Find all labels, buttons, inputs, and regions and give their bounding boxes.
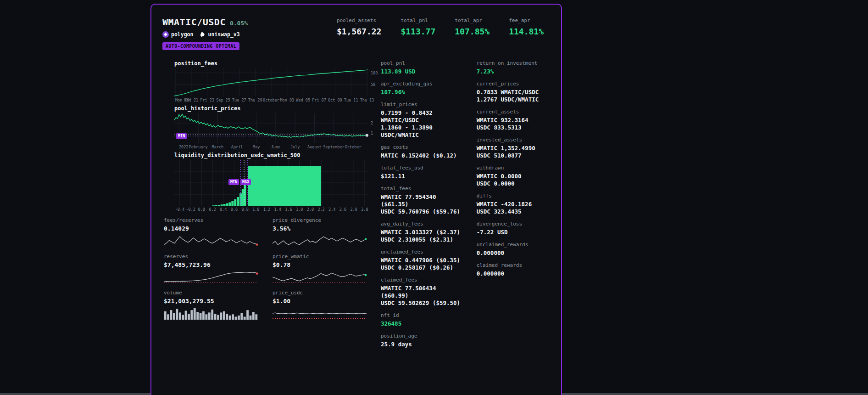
stat-label: total_apr bbox=[455, 17, 490, 23]
stat-label: total_pnl bbox=[401, 17, 435, 23]
stat-value-line: USDC 59.502629 ($59.50) bbox=[381, 299, 466, 307]
mini-stat-value: $0.78 bbox=[273, 261, 367, 268]
historic-prices-chart[interactable]: 2022FebruaryMarchAprilMayJuneJulyAugustS… bbox=[174, 113, 370, 151]
stat-value-line: $121.11 bbox=[381, 173, 466, 180]
svg-text:July: July bbox=[290, 145, 300, 149]
mini-stats-grid: fees/reserves0.14029price_divergence3.56… bbox=[164, 217, 370, 321]
chart-title-historic-prices: pool_historic_prices bbox=[174, 105, 370, 112]
stat-fee-apr: fee_apr 114.81% bbox=[509, 17, 544, 36]
chain-label: polygon bbox=[171, 31, 193, 38]
svg-text:September: September bbox=[323, 145, 345, 149]
mini-stat-label: price_usdc bbox=[273, 290, 367, 296]
header-stats: pooled_assets $1,567.22 total_pnl $113.7… bbox=[337, 17, 550, 36]
stat-value-line: WMATIC 0.0000 bbox=[477, 173, 550, 180]
fees-reserves-sparkline[interactable] bbox=[164, 235, 258, 247]
stat-value-line: USDC 0.258167 ($0.26) bbox=[381, 264, 466, 271]
stat-value-line: 0.000000 bbox=[477, 249, 550, 257]
svg-text:1.6: 1.6 bbox=[285, 207, 292, 212]
svg-text:2.2: 2.2 bbox=[317, 207, 324, 212]
svg-text:Tue 27: Tue 27 bbox=[232, 98, 246, 102]
stat-divergence-loss: divergence_loss-7.22 USD bbox=[477, 221, 550, 236]
stat-label: withdrawn bbox=[477, 165, 550, 171]
svg-text:Mon 03: Mon 03 bbox=[280, 98, 294, 102]
stat-label: unclaimed_rewards bbox=[477, 242, 550, 248]
mini-stat-reserves: reserves$7,485,723.96 bbox=[164, 254, 258, 283]
svg-text:2.4: 2.4 bbox=[328, 207, 335, 212]
svg-text:Sep 25: Sep 25 bbox=[216, 98, 230, 102]
stat-label: invested_assets bbox=[477, 137, 550, 143]
svg-text:0.6: 0.6 bbox=[231, 207, 238, 212]
stat-pool-pnl: pool_pnl113.89 USD bbox=[381, 60, 466, 75]
stat-invested-assets: invested_assetsWMATIC 1,352.4990USDC 510… bbox=[477, 137, 550, 159]
svg-text:0.8: 0.8 bbox=[241, 207, 248, 212]
svg-text:June: June bbox=[271, 145, 280, 149]
svg-text:Fri 23: Fri 23 bbox=[200, 98, 214, 102]
min-badge: MIN bbox=[228, 179, 239, 185]
stat-claimed-fees: claimed_feesWMATIC 77.506434 ($60.99)USD… bbox=[381, 277, 466, 307]
mini-stat-label: reserves bbox=[164, 254, 258, 260]
stat-value-line: USDC 2.310055 ($2.31) bbox=[381, 236, 466, 243]
svg-text:October: October bbox=[345, 145, 362, 149]
svg-text:1.2: 1.2 bbox=[263, 207, 270, 212]
stat-unclaimed-rewards: unclaimed_rewards0.000000 bbox=[477, 242, 550, 257]
svg-text:Thu 29: Thu 29 bbox=[248, 98, 262, 102]
svg-text:April: April bbox=[231, 145, 243, 149]
stat-total-pnl: total_pnl $113.77 bbox=[401, 17, 435, 36]
mini-stat-price-usdc: price_usdc$1.00 bbox=[273, 290, 367, 321]
position-fees-chart[interactable]: Mon 19Wed 21Fri 23Sep 25Tue 27Thu 29Octo… bbox=[174, 68, 370, 104]
svg-text:1.0: 1.0 bbox=[252, 207, 259, 212]
stat-gas-costs: gas_costsMATIC 0.152402 ($0.12) bbox=[381, 144, 466, 159]
protocol-chip-uniswap[interactable]: uniswap_v3 bbox=[200, 31, 239, 38]
price-usdc-sparkline[interactable] bbox=[273, 308, 367, 320]
svg-text:2: 2 bbox=[371, 121, 373, 125]
stat-value-line: USDC 323.4435 bbox=[477, 208, 550, 215]
mini-stat-value: 0.14029 bbox=[164, 225, 258, 232]
svg-text:1: 1 bbox=[371, 131, 373, 135]
stat-value: $113.77 bbox=[401, 27, 435, 36]
mini-stat-label: fees/reserves bbox=[164, 217, 258, 224]
position-fees-section: position_fees Mon 19Wed 21Fri 23Sep 25Tu… bbox=[174, 60, 370, 104]
svg-text:Wed 05: Wed 05 bbox=[296, 98, 310, 102]
mini-stat-volume: volume$21,003,279.55 bbox=[164, 290, 258, 321]
stat-value-line: USDC 0.0000 bbox=[477, 180, 550, 187]
svg-text:-0.4: -0.4 bbox=[175, 207, 184, 212]
stat-label: current_prices bbox=[477, 81, 550, 87]
right-stats-column: return_on_investment7.23%current_prices0… bbox=[477, 60, 550, 354]
stat-avg-daily-fees: avg_daily_feesWMATIC 3.013327 ($2.37)USD… bbox=[381, 221, 466, 243]
stat-value: $1,567.22 bbox=[337, 27, 382, 36]
mini-stat-value: $7,485,723.96 bbox=[164, 261, 258, 268]
stat-value: 114.81% bbox=[509, 27, 544, 36]
mini-stat-price-divergence: price_divergence3.56% bbox=[273, 217, 367, 247]
stat-value-line: USDC 510.0877 bbox=[477, 152, 550, 159]
stat-label: current_assets bbox=[477, 109, 550, 115]
stat-value-line: 113.89 USD bbox=[381, 68, 466, 75]
stat-label: claimed_fees bbox=[381, 277, 466, 283]
svg-text:August: August bbox=[307, 145, 322, 149]
svg-text:0.0: 0.0 bbox=[198, 207, 205, 212]
liquidity-distribution-chart[interactable]: -0.4-0.20.00.20.40.60.81.01.21.41.61.82.… bbox=[174, 160, 370, 213]
mid-stats-column: pool_pnl113.89 USDapr_excluding_gas107.9… bbox=[381, 60, 466, 354]
stat-limit-prices: limit_prices0.7199 - 0.8432 WMATIC/USDC1… bbox=[381, 102, 466, 139]
stat-total-fees-usd: total_fees_usd$121.11 bbox=[381, 165, 466, 180]
stat-apr-excluding-gas: apr_excluding_gas107.96% bbox=[381, 81, 466, 96]
min-badge: MIN bbox=[176, 133, 187, 139]
stat-value: 107.85% bbox=[455, 27, 490, 36]
price-divergence-sparkline[interactable] bbox=[273, 235, 367, 247]
stat-label: avg_daily_fees bbox=[381, 221, 466, 227]
stat-label: gas_costs bbox=[381, 144, 466, 151]
svg-text:-0.2: -0.2 bbox=[186, 207, 195, 212]
position-card: WMATIC/USDC 0.05% polygon uniswap_v3 AU bbox=[150, 4, 562, 395]
svg-text:March: March bbox=[212, 145, 224, 149]
volume-sparkline[interactable] bbox=[164, 308, 258, 321]
svg-text:Wed 21: Wed 21 bbox=[184, 98, 198, 102]
stat-diffs: diffsWMATIC -420.1826USDC 323.4435 bbox=[477, 193, 550, 215]
svg-text:2.0: 2.0 bbox=[307, 207, 314, 212]
reserves-sparkline[interactable] bbox=[164, 271, 258, 283]
svg-text:2.8: 2.8 bbox=[351, 207, 357, 212]
stat-value-line: 0.7199 - 0.8432 WMATIC/USDC bbox=[381, 109, 466, 124]
chain-chip-polygon[interactable]: polygon bbox=[162, 31, 193, 38]
protocol-label: uniswap_v3 bbox=[208, 31, 239, 38]
stat-value-line: 107.96% bbox=[381, 89, 466, 96]
card-header: WMATIC/USDC 0.05% polygon uniswap_v3 AU bbox=[162, 17, 550, 50]
price-wmatic-sparkline[interactable] bbox=[273, 271, 367, 283]
